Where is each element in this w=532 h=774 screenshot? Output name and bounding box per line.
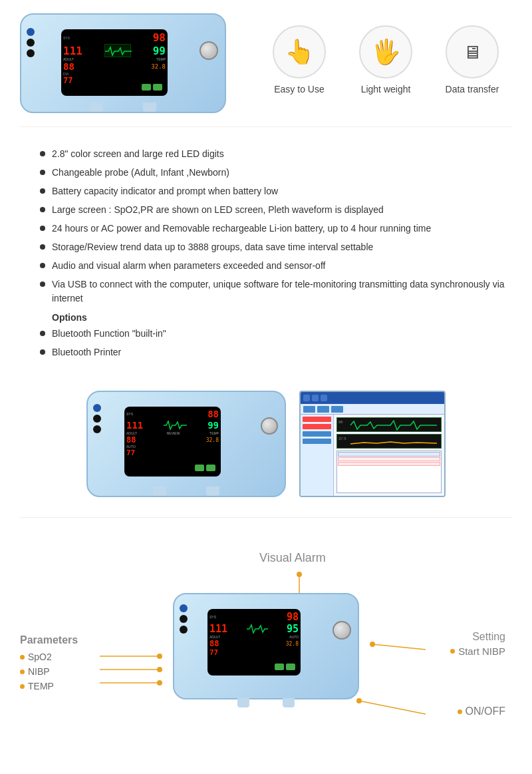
parameters-label: Parameters SpO2 NIBP TEMP (20, 634, 78, 691)
sw-sidebar-item-4 (303, 439, 331, 444)
screen-sys-label: SYS (63, 36, 70, 40)
on-off-text: ON/OFF (466, 705, 505, 717)
mid-stand-right (206, 486, 219, 496)
sw-sidebar-item-2 (303, 424, 331, 429)
diag-nav-2 (286, 664, 295, 670)
diagram-section: Visual Alarm Parameters SpO2 NIBP TEMP (0, 524, 532, 751)
mid-stand (153, 486, 219, 496)
stand-leg-right (143, 102, 156, 112)
spec-4: Large screen : SpO2,PR are shown on LED … (40, 203, 505, 217)
mid-spo2: 88 (207, 409, 219, 419)
mid-left-connectors (93, 404, 101, 433)
stand-leg-left (90, 102, 103, 112)
mid-map: 88 (126, 435, 136, 445)
mid-device: SYS 88 111 99 ADULT REVIEW TEMP 88 (86, 391, 286, 497)
diag-screen-inner: SYS 98 111 95 ADULT AUTO (207, 609, 301, 676)
device-placeholder: SYS 98 111 99 ADULT TEM (20, 13, 226, 113)
connector-black (27, 39, 35, 47)
mid-nav-1 (195, 465, 204, 471)
param-spo2: SpO2 (20, 652, 78, 662)
svg-text:96: 96 (338, 420, 343, 424)
diag-pleth (247, 624, 268, 634)
svg-line-13 (359, 701, 426, 714)
feature-data-transfer: 🖥 Data transfer (439, 25, 505, 95)
pleth-wave (105, 45, 132, 58)
spec-text-1: 2.8" color screen and large red LED digi… (52, 147, 224, 161)
mid-sys-label: SYS (126, 412, 133, 416)
left-connectors (27, 28, 35, 57)
diag-stand (237, 698, 295, 707)
spec-2: Changeable probe (Adult, Infant ,Newborn… (40, 166, 505, 180)
diag-left-connectors (180, 604, 188, 634)
sw-table-row-1 (338, 457, 440, 461)
divider-2 (20, 517, 512, 518)
mid-connector-blue (93, 404, 101, 412)
mid-temp-val: 32.8 (206, 437, 219, 443)
sw-table (336, 451, 442, 493)
light-weight-label: Light weight (361, 84, 411, 95)
sw-toolbar-btn-1 (303, 406, 315, 413)
visual-alarm-text: Visual Alarm (259, 551, 326, 564)
bullet-5 (40, 226, 45, 231)
feature-easy-to-use: 👆 Easy to Use (266, 25, 332, 95)
start-nibp-dot (450, 649, 455, 654)
nav-btn-1 (142, 84, 151, 91)
sw-btn-1 (303, 395, 310, 401)
visual-alarm-label: Visual Alarm (259, 551, 326, 565)
svg-point-4 (297, 572, 302, 577)
sw-toolbar (301, 404, 444, 415)
diag-pr: 95 (287, 623, 299, 635)
mid-right-knob (261, 417, 278, 435)
bullet-4 (40, 207, 45, 212)
setting-nibp-label: Setting Start NIBP (450, 631, 505, 657)
spec-3: Battery capacity indicator and prompt wh… (40, 184, 505, 198)
diag-right-knob (332, 621, 351, 640)
diag-stand-right (283, 698, 295, 707)
param-temp-dot (20, 684, 25, 689)
param-spo2-dot (20, 655, 25, 660)
bullet-opt-2 (40, 349, 45, 355)
option-1: Bluetooth Function "built-in" (40, 327, 505, 341)
features-section: 👆 Easy to Use 🖐 Light weight 🖥 Data tran… (259, 25, 512, 101)
spec-5: 24 hours or AC power and Removable recha… (40, 222, 505, 236)
feature-light-weight: 🖐 Light weight (352, 25, 419, 95)
on-off-label: ON/OFF (458, 705, 505, 717)
param-nibp-dot (20, 670, 25, 674)
sw-table-header (338, 452, 440, 457)
spec-text-6: Storage/Review trend data up to 3888 gro… (52, 240, 373, 254)
sw-sidebar-item-3 (303, 431, 331, 437)
device-stand (90, 102, 156, 112)
svg-point-10 (157, 680, 162, 685)
param-nibp: NIBP (20, 666, 78, 677)
sw-chart-wave-2: 37.5 (337, 435, 437, 449)
specs-section: 2.8" color screen and large red LED digi… (0, 134, 532, 377)
diag-conn-black2 (180, 626, 188, 634)
svg-line-11 (372, 644, 426, 650)
svg-point-12 (370, 642, 375, 647)
divider-1 (20, 126, 512, 127)
sw-btn-2 (312, 395, 319, 401)
params-title: Parameters (20, 634, 78, 646)
sw-content: 96 37.5 (301, 415, 444, 496)
easy-to-use-label: Easy to Use (274, 84, 324, 95)
spec-1: 2.8" color screen and large red LED digi… (40, 147, 505, 161)
diag-sys-lbl: SYS (209, 615, 216, 619)
sw-toolbar-btn-3 (331, 406, 343, 413)
mid-nav-btns (195, 465, 215, 471)
diag-map: 88 (209, 639, 219, 648)
spec-text-2: Changeable probe (Adult, Infant ,Newborn… (52, 166, 229, 180)
mid-sys: 111 (126, 420, 143, 431)
nav-btn-2 (153, 84, 162, 91)
spec-text-7: Audio and visual alarm when parameters e… (52, 259, 325, 273)
svg-text:37.5: 37.5 (338, 437, 346, 441)
nav-buttons (142, 84, 162, 91)
mid-nav-2 (206, 465, 215, 471)
light-weight-icon: 🖐 (359, 25, 412, 79)
screen-temp-val: 32.8 (151, 63, 166, 70)
mid-connector-black2 (93, 425, 101, 433)
mid-dia: 77 (126, 449, 135, 457)
param-temp-text: TEMP (28, 681, 54, 691)
diag-dia: 77 (209, 648, 218, 657)
start-nibp-row: Start NIBP (450, 646, 505, 657)
diag-sys: 111 (209, 623, 227, 635)
